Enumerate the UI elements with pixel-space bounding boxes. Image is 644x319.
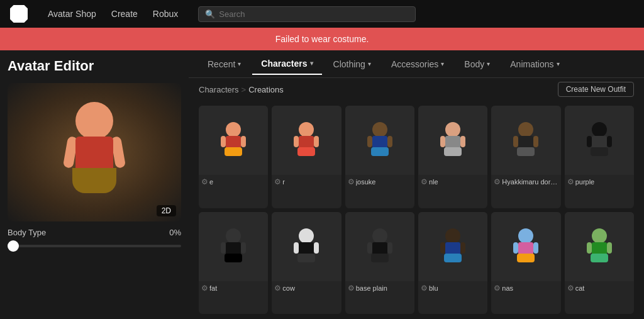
item-footer: ⚙josuke xyxy=(345,175,414,190)
breadcrumb-creations: Creations xyxy=(248,85,284,94)
item-thumbnail xyxy=(418,212,487,281)
gear-icon[interactable]: ⚙ xyxy=(494,284,501,293)
svg-rect-27 xyxy=(587,136,592,147)
item-thumbnail xyxy=(491,212,560,281)
item-name: nas xyxy=(502,284,558,292)
item-card-blu[interactable]: ⚙blu xyxy=(418,212,487,315)
svg-rect-4 xyxy=(225,147,242,156)
tab-animations[interactable]: Animations ▾ xyxy=(501,54,568,74)
search-input[interactable] xyxy=(219,9,408,19)
item-card-hyakkimaru_dororo[interactable]: ⚙Hyakkimaru dororo xyxy=(491,106,560,208)
svg-rect-13 xyxy=(387,136,392,147)
item-card-cat[interactable]: ⚙cat xyxy=(565,212,634,315)
slider-thumb[interactable] xyxy=(8,240,19,252)
nav-avatar-shop[interactable]: Avatar Shop xyxy=(48,9,96,19)
item-footer: ⚙cow xyxy=(272,281,341,296)
item-thumbnail xyxy=(272,106,341,175)
gear-icon[interactable]: ⚙ xyxy=(567,284,574,293)
svg-point-25 xyxy=(592,122,607,137)
gear-icon[interactable]: ⚙ xyxy=(494,177,501,186)
svg-rect-7 xyxy=(294,136,299,147)
gear-icon[interactable]: ⚙ xyxy=(421,177,428,186)
svg-rect-47 xyxy=(440,242,445,254)
avatar-skirt xyxy=(72,168,116,193)
svg-point-55 xyxy=(592,228,607,243)
body-type-label: Body Type xyxy=(8,228,46,237)
tab-accessories[interactable]: Accessories ▾ xyxy=(382,54,453,74)
right-panel: Recent ▾ Characters ▾ Clothing ▾ Accesso… xyxy=(189,50,644,319)
gear-icon[interactable]: ⚙ xyxy=(348,177,355,186)
item-card-nas[interactable]: ⚙nas xyxy=(491,212,560,315)
svg-point-45 xyxy=(445,228,460,243)
item-footer: ⚙e xyxy=(199,175,268,190)
tab-body[interactable]: Body ▾ xyxy=(455,54,499,74)
svg-point-10 xyxy=(372,122,387,137)
item-card-cow[interactable]: ⚙cow xyxy=(272,212,341,315)
gear-icon[interactable]: ⚙ xyxy=(201,177,208,186)
svg-rect-21 xyxy=(518,136,533,148)
tab-clothing[interactable]: Clothing ▾ xyxy=(325,54,380,74)
tab-recent[interactable]: Recent ▾ xyxy=(199,54,250,74)
svg-rect-8 xyxy=(314,136,319,147)
nav-create[interactable]: Create xyxy=(111,9,138,19)
item-card-e[interactable]: ⚙e xyxy=(199,106,268,208)
svg-rect-39 xyxy=(297,254,315,262)
svg-rect-48 xyxy=(460,242,465,254)
gear-icon[interactable]: ⚙ xyxy=(421,284,428,293)
gear-icon[interactable]: ⚙ xyxy=(274,177,281,186)
item-footer: ⚙cat xyxy=(565,281,634,296)
item-footer: ⚙base plain xyxy=(345,281,414,296)
svg-rect-51 xyxy=(518,242,533,255)
svg-rect-43 xyxy=(387,242,392,254)
svg-rect-24 xyxy=(517,147,535,156)
svg-point-50 xyxy=(518,228,533,243)
gear-icon[interactable]: ⚙ xyxy=(348,284,355,293)
svg-rect-28 xyxy=(607,136,612,147)
svg-rect-31 xyxy=(226,242,241,255)
item-card-purple[interactable]: ⚙purple xyxy=(565,106,634,208)
svg-rect-37 xyxy=(294,242,299,254)
items-grid: ⚙e ⚙r ⚙josuke ⚙nle xyxy=(189,101,644,319)
chevron-down-icon: ▾ xyxy=(368,60,371,67)
svg-rect-19 xyxy=(444,147,462,156)
chevron-down-icon: ▾ xyxy=(441,60,444,67)
item-card-josuke[interactable]: ⚙josuke xyxy=(345,106,414,208)
item-name: cat xyxy=(575,284,631,292)
tabs-row: Recent ▾ Characters ▾ Clothing ▾ Accesso… xyxy=(189,50,644,78)
item-thumbnail xyxy=(199,212,268,281)
svg-rect-52 xyxy=(513,242,518,254)
item-footer: ⚙nas xyxy=(491,281,560,296)
svg-point-30 xyxy=(226,228,241,243)
svg-point-0 xyxy=(226,122,241,137)
item-name: cow xyxy=(282,284,338,292)
create-new-outfit-button[interactable]: Create New Outfit xyxy=(558,82,634,97)
avatar-2d-badge[interactable]: 2D xyxy=(157,205,176,216)
svg-rect-33 xyxy=(241,242,246,254)
svg-rect-41 xyxy=(372,242,387,255)
breadcrumb-characters[interactable]: Characters xyxy=(199,85,239,94)
svg-point-15 xyxy=(445,122,460,137)
breadcrumb-row: Characters > Creations Create New Outfit xyxy=(189,78,644,101)
item-name: e xyxy=(209,178,265,186)
svg-rect-36 xyxy=(299,242,314,255)
item-card-r[interactable]: ⚙r xyxy=(272,106,341,208)
body-type-slider[interactable] xyxy=(8,245,181,247)
gear-icon[interactable]: ⚙ xyxy=(201,284,208,293)
item-card-nle[interactable]: ⚙nle xyxy=(418,106,487,208)
svg-rect-18 xyxy=(460,136,465,147)
chevron-down-icon: ▾ xyxy=(557,60,560,67)
nav-robux[interactable]: Robux xyxy=(153,9,178,19)
body-type-slider-wrap xyxy=(8,245,181,247)
item-card-fat[interactable]: ⚙fat xyxy=(199,212,268,315)
svg-rect-14 xyxy=(371,147,389,156)
gear-icon[interactable]: ⚙ xyxy=(567,177,574,186)
svg-rect-56 xyxy=(592,242,607,255)
item-thumbnail xyxy=(345,106,414,175)
tab-characters[interactable]: Characters ▾ xyxy=(252,53,321,75)
item-name: fat xyxy=(209,284,265,292)
svg-point-40 xyxy=(372,228,387,243)
chevron-down-icon: ▾ xyxy=(310,60,313,67)
gear-icon[interactable]: ⚙ xyxy=(274,284,281,293)
svg-rect-57 xyxy=(587,242,592,254)
item-card-base_plain[interactable]: ⚙base plain xyxy=(345,212,414,315)
